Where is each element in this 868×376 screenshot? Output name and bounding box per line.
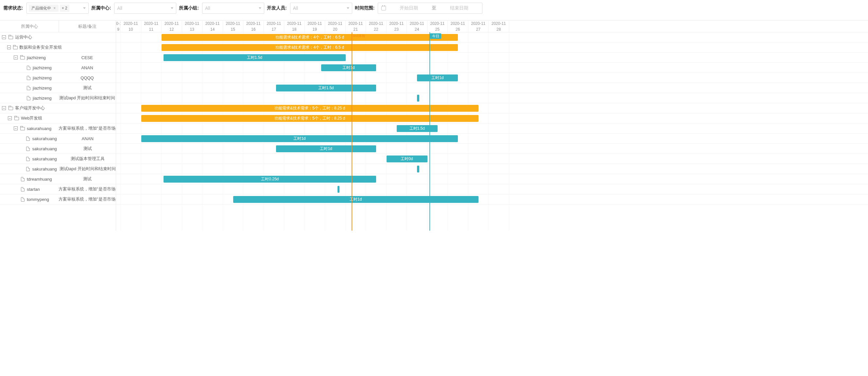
collapse-toggle[interactable]: − [7, 45, 11, 49]
gantt-row: 工时1d [116, 144, 868, 154]
task-bar[interactable]: 工时1d [233, 196, 478, 203]
row-name: tdreamhuang [27, 177, 52, 182]
tree-row[interactable]: −sakurahuang方案审核系统，增加"是否市场推荐 [0, 124, 116, 134]
filter-center-select[interactable]: All [114, 3, 176, 14]
tree-row[interactable]: jiazhizeng测试 [0, 83, 116, 93]
timeline-day: 2020-1119 [305, 21, 326, 32]
gantt-right-pane[interactable]: 0-1192020-11102020-11112020-11122020-111… [116, 21, 868, 231]
task-bar[interactable]: 工时1d [276, 145, 376, 152]
tree-row[interactable]: jiazhizengQQQQ [0, 73, 116, 83]
tree-row[interactable]: −数据和业务安全开发组 [0, 42, 116, 53]
summary-bar[interactable]: 功能需求&技术需求：5个，工时：8.25 d [141, 105, 478, 112]
timeline-day: 2020-1121 [346, 21, 366, 32]
filter-dev-value: All [293, 5, 298, 11]
task-bar[interactable] [338, 186, 339, 193]
timeline-day: 2020-1127 [468, 21, 489, 32]
task-bar[interactable]: 工时1.5d [397, 125, 438, 132]
summary-bar[interactable]: 功能需求&技术需求：4个，工时：6.5 d [161, 44, 458, 51]
gantt: 所属中心 标题/备注 −运营中心−数据和业务安全开发组−jiazhizengCE… [0, 20, 868, 231]
filter-status-tag[interactable]: 产品细化中 × [29, 5, 59, 12]
folder-icon [8, 106, 14, 110]
event-marker: ted体验 [351, 32, 352, 231]
tree-row[interactable]: −运营中心 [0, 32, 116, 42]
timeline-day: 2020-1113 [182, 21, 203, 32]
folder-icon [8, 35, 14, 39]
task-bar[interactable]: 工时1d [321, 64, 376, 71]
filter-group-select[interactable]: All [202, 3, 264, 14]
collapse-toggle[interactable]: − [8, 116, 12, 120]
filter-daterange-input[interactable]: 开始日期 至 结束日期 [378, 3, 483, 14]
date-start-placeholder: 开始日期 [389, 5, 428, 11]
col-center: 所属中心 [0, 21, 59, 32]
document-icon [25, 157, 31, 161]
timeline-day: 2020-1112 [161, 21, 182, 32]
filter-dev-label: 开发人员: [267, 5, 287, 11]
row-note: 方案审核系统，增加"是否市场推荐 [59, 126, 116, 131]
gantt-chart-body: 功能需求&技术需求：4个，工时：6.5 d功能需求&技术需求：4个，工时：6.5… [116, 32, 868, 231]
row-name: jiazhizeng [33, 86, 52, 91]
tree-row[interactable]: −jiazhizengCESE [0, 53, 116, 63]
task-bar[interactable]: 工时1.5d [276, 84, 376, 92]
row-note: 方案审核系统，增加"是否市场推荐 [59, 197, 116, 202]
filter-dev-select[interactable]: All [290, 3, 352, 14]
collapse-toggle[interactable]: − [14, 56, 18, 60]
row-name: 数据和业务安全开发组 [19, 44, 62, 50]
gantt-left-header: 所属中心 标题/备注 [0, 21, 116, 32]
folder-icon [20, 127, 26, 130]
tree-row[interactable]: sakurahuang测试 [0, 144, 116, 154]
gantt-row [116, 93, 868, 103]
row-note: ANAN [81, 65, 93, 70]
row-name: jiazhizeng [33, 65, 52, 70]
row-note: 测试tapd 开始时间和结束时间 [59, 95, 116, 100]
filter-status-select[interactable]: 产品细化中 × + 2 [27, 3, 89, 14]
timeline-day: 2020-1118 [284, 21, 305, 32]
chevron-down-icon [347, 7, 349, 9]
document-icon [25, 137, 31, 141]
task-bar[interactable] [417, 95, 419, 102]
task-bar[interactable]: 工时1.5d [163, 54, 345, 61]
tree-row[interactable]: sakurahuangANAN [0, 134, 116, 144]
row-note: 测试 [83, 85, 92, 90]
task-bar[interactable] [417, 166, 419, 172]
collapse-toggle[interactable]: − [14, 127, 18, 130]
timeline-day: 2020-1122 [366, 21, 386, 32]
date-sep: 至 [432, 5, 436, 11]
gantt-row: 工时1d [116, 194, 868, 205]
gantt-row [116, 184, 868, 194]
tree-row[interactable]: jiazhizengANAN [0, 63, 116, 73]
row-name: startan [27, 187, 40, 192]
close-icon[interactable]: × [53, 6, 57, 10]
task-bar[interactable]: 工时1d [417, 74, 458, 81]
col-note: 标题/备注 [59, 21, 116, 32]
collapse-toggle[interactable]: − [2, 35, 6, 39]
filter-group-value: All [205, 5, 210, 11]
filter-status-more[interactable]: + 2 [60, 5, 69, 12]
filter-center-label: 所属中心: [91, 5, 111, 11]
folder-icon [14, 116, 20, 120]
tree-row[interactable]: tdreamhuang测试 [0, 174, 116, 184]
gantt-row: 功能需求&技术需求：5个，工时：8.25 d [116, 103, 868, 113]
summary-bar[interactable]: 功能需求&技术需求：5个，工时：8.25 d [141, 115, 478, 122]
tree-row[interactable]: sakurahuang测试版本管理工具 [0, 154, 116, 164]
collapse-toggle[interactable]: − [2, 106, 6, 110]
tree-row[interactable]: −Web开发组 [0, 113, 116, 124]
chevron-down-icon [171, 7, 173, 9]
task-bar[interactable]: 工时0d [386, 156, 428, 162]
gantt-row: 工时1.5d [116, 83, 868, 93]
task-bar[interactable]: 工时0.25d [163, 176, 376, 182]
summary-bar[interactable]: 功能需求&技术需求：4个，工时：6.5 d [161, 34, 458, 41]
gantt-row: 工时1.5d [116, 53, 868, 63]
tree-row[interactable]: jiazhizeng测试tapd 开始时间和结束时间 [0, 93, 116, 103]
task-bar[interactable]: 工时1d [141, 135, 458, 142]
gantt-row: 工时1.5d [116, 124, 868, 134]
tree-row[interactable]: −客户端开发中心 [0, 103, 116, 113]
tree-row[interactable]: sakurahuang测试tapd 开始时间和结束时间 [0, 164, 116, 174]
tree-row[interactable]: tommypeng方案审核系统，增加"是否市场推荐 [0, 194, 116, 205]
gantt-left-pane: 所属中心 标题/备注 −运营中心−数据和业务安全开发组−jiazhizengCE… [0, 21, 116, 231]
tree-row[interactable]: startan方案审核系统，增加"是否市场推荐 [0, 184, 116, 194]
filter-group-label: 所属小组: [179, 5, 199, 11]
row-name: 运营中心 [15, 34, 32, 40]
calendar-icon [381, 6, 386, 10]
document-icon [26, 86, 31, 90]
row-note: ANAN [82, 136, 94, 141]
